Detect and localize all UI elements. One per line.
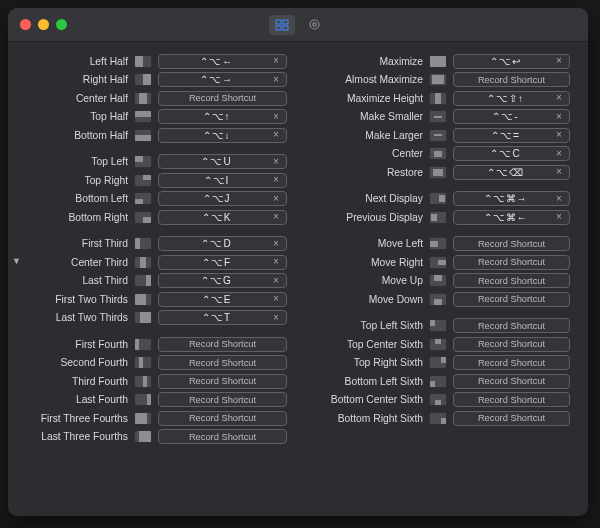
shortcut-field[interactable]: ⌃⌥←× [158,54,287,69]
svg-point-4 [310,20,319,29]
top-left-icon [134,155,152,168]
first-two-thirds-icon [134,293,152,306]
tab-settings[interactable] [301,15,327,35]
shortcut-field[interactable]: Record Shortcut [453,374,570,389]
restore-icon [429,166,447,179]
action-label: Bottom Left [26,193,128,204]
shortcut-field[interactable]: Record Shortcut [453,292,570,307]
action-label: Last Three Fourths [26,431,128,442]
clear-shortcut-button[interactable]: × [553,112,565,122]
clear-shortcut-button[interactable]: × [553,149,565,159]
shortcut-field[interactable]: ⌃⌥↩× [453,54,570,69]
clear-shortcut-button[interactable]: × [270,194,282,204]
clear-shortcut-button[interactable]: × [270,56,282,66]
action-label: Bottom Right Sixth [309,413,423,424]
right-half-icon [134,73,152,86]
shortcut-row: Center Third⌃⌥F× [26,253,287,272]
tr-sixth-icon [429,356,447,369]
clear-shortcut-button[interactable]: × [270,212,282,222]
grid-icon [275,19,289,31]
shortcut-field[interactable]: ⌃⌥=× [453,128,570,143]
clear-shortcut-button[interactable]: × [270,75,282,85]
shortcut-group: Left Half⌃⌥←×Right Half⌃⌥→×Center HalfRe… [26,52,287,145]
shortcut-field[interactable]: Record Shortcut [453,72,570,87]
shortcut-field[interactable]: ⌃⌥↑× [158,109,287,124]
preferences-window: ▼ Left Half⌃⌥←×Right Half⌃⌥→×Center Half… [8,8,588,516]
shortcut-field[interactable]: Record Shortcut [158,374,287,389]
shortcut-field[interactable]: Record Shortcut [453,337,570,352]
clear-shortcut-button[interactable]: × [270,157,282,167]
clear-shortcut-button[interactable]: × [553,93,565,103]
action-label: First Fourth [26,339,128,350]
shortcut-field[interactable]: Record Shortcut [158,392,287,407]
clear-shortcut-button[interactable]: × [270,276,282,286]
shortcut-field[interactable]: Record Shortcut [158,337,287,352]
shortcut-row: Last FourthRecord Shortcut [26,391,287,410]
clear-shortcut-button[interactable]: × [270,294,282,304]
shortcut-field[interactable]: ⌃⌥C× [453,146,570,161]
shortcut-field[interactable]: Record Shortcut [453,411,570,426]
shortcut-field[interactable]: ⌃⌥G× [158,273,287,288]
shortcut-field[interactable]: ⌃⌥D× [158,236,287,251]
action-label: Move Left [309,238,423,249]
shortcut-field[interactable]: Record Shortcut [453,236,570,251]
move-down-icon [429,293,447,306]
clear-shortcut-button[interactable]: × [553,212,565,222]
shortcut-field[interactable]: ⌃⌥⌘→× [453,191,570,206]
clear-shortcut-button[interactable]: × [270,130,282,140]
shortcut-row: Previous Display⌃⌥⌘←× [309,208,570,227]
shortcut-field[interactable]: Record Shortcut [158,429,287,444]
shortcut-field[interactable]: ⌃⌥⌫× [453,165,570,180]
shortcut-field[interactable]: ⌃⌥T× [158,310,287,325]
shortcut-row: Next Display⌃⌥⌘→× [309,190,570,209]
clear-shortcut-button[interactable]: × [270,257,282,267]
shortcut-keys: ⌃⌥J [163,193,270,204]
shortcut-keys: ⌃⌥E [163,294,270,305]
shortcut-field[interactable]: Record Shortcut [453,273,570,288]
clear-shortcut-button[interactable]: × [270,175,282,185]
minimize-window-button[interactable] [38,19,49,30]
make-larger-icon [429,129,447,142]
action-label: Bottom Right [26,212,128,223]
clear-shortcut-button[interactable]: × [553,194,565,204]
zoom-window-button[interactable] [56,19,67,30]
action-label: Top Left Sixth [309,320,423,331]
shortcut-field[interactable]: Record Shortcut [453,318,570,333]
previous-display-icon [429,211,447,224]
shortcut-keys: ⌃⌥⇧↑ [458,93,553,104]
shortcut-field[interactable]: Record Shortcut [453,355,570,370]
shortcut-field[interactable]: ⌃⌥⌘←× [453,210,570,225]
shortcut-field[interactable]: Record Shortcut [158,411,287,426]
shortcut-field[interactable]: ⌃⌥U× [158,154,287,169]
clear-shortcut-button[interactable]: × [270,313,282,323]
shortcut-field[interactable]: ⌃⌥-× [453,109,570,124]
shortcut-field[interactable]: ⌃⌥K× [158,210,287,225]
shortcut-keys: ⌃⌥↩ [458,56,553,67]
shortcut-field[interactable]: Record Shortcut [158,355,287,370]
shortcut-row: Top Center SixthRecord Shortcut [309,335,570,354]
clear-shortcut-button[interactable]: × [553,56,565,66]
bottom-half-icon [134,129,152,142]
move-right-icon [429,256,447,269]
shortcut-field[interactable]: ⌃⌥J× [158,191,287,206]
shortcut-group: First Third⌃⌥D×Center Third⌃⌥F×Last Thir… [26,235,287,328]
clear-shortcut-button[interactable]: × [553,167,565,177]
shortcut-field[interactable]: ⌃⌥⇧↑× [453,91,570,106]
close-window-button[interactable] [20,19,31,30]
tab-shortcuts[interactable] [269,15,295,35]
shortcut-field[interactable]: ⌃⌥↓× [158,128,287,143]
action-label: Bottom Center Sixth [309,394,423,405]
clear-shortcut-button[interactable]: × [553,130,565,140]
br-sixth-icon [429,412,447,425]
shortcut-field[interactable]: Record Shortcut [158,91,287,106]
shortcut-field[interactable]: ⌃⌥→× [158,72,287,87]
action-label: Move Down [309,294,423,305]
clear-shortcut-button[interactable]: × [270,239,282,249]
shortcut-field[interactable]: Record Shortcut [453,255,570,270]
clear-shortcut-button[interactable]: × [270,112,282,122]
disclosure-triangle[interactable]: ▼ [12,256,21,266]
shortcut-field[interactable]: ⌃⌥I× [158,173,287,188]
shortcut-field[interactable]: ⌃⌥F× [158,255,287,270]
shortcut-field[interactable]: ⌃⌥E× [158,292,287,307]
shortcut-field[interactable]: Record Shortcut [453,392,570,407]
